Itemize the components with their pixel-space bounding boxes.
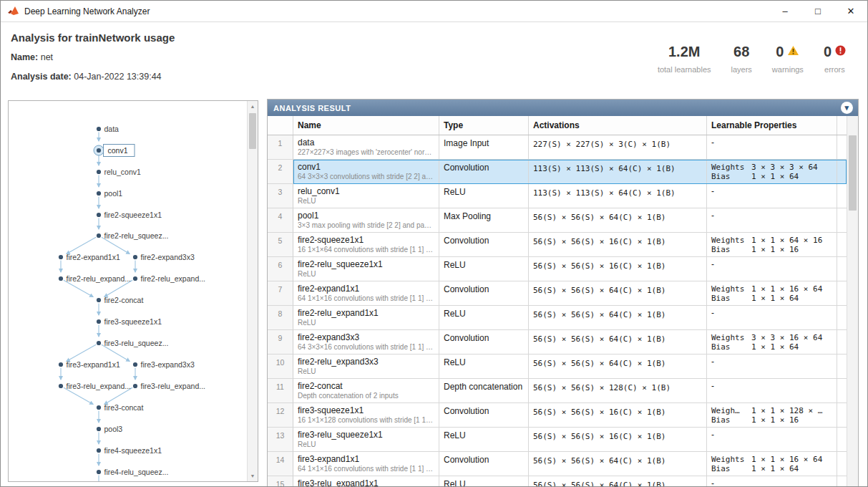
diagram-node-fire4-squeeze1x1[interactable]: fire4-squeeze1x1 [97, 446, 162, 455]
diagram-node-pool1[interactable]: pool1 [97, 189, 122, 198]
diagram-node-fire3-relu_expand1x1[interactable]: fire3-relu_expand... [59, 382, 131, 390]
diagram-node-pool3[interactable]: pool3 [97, 425, 122, 433]
layer-description: 227×227×3 images with 'zerocenter' nor… [298, 148, 434, 157]
node-label: data [104, 125, 120, 133]
layer-learnables: - [707, 428, 837, 452]
layer-description: 16 1×1×64 convolutions with stride [1 1]… [298, 245, 434, 254]
learnable-size: 1 × 1 × 64 [751, 294, 799, 303]
layer-name: fire3-relu_expand1x1 [298, 478, 434, 487]
diagram-node-fire3-expand3x3[interactable]: fire3-expand3x3 [133, 360, 195, 369]
error-icon [835, 45, 846, 59]
row-number: 4 [268, 208, 293, 233]
layer-activations: 56(S) × 56(S) × 64(C) × 1(B) [529, 281, 707, 306]
table-header-row: Name Type Activations Learnable Properti… [268, 116, 847, 135]
diagram-node-fire3-squeeze1x1[interactable]: fire3-squeeze1x1 [97, 317, 162, 326]
table-row-fire3-relu_squeeze1x1[interactable]: 13fire3-relu_squeeze1x1ReLUReLU56(S) × 5… [268, 428, 847, 452]
diagram-edge [67, 344, 96, 361]
table-row-data[interactable]: 1data227×227×3 images with 'zerocenter' … [268, 135, 847, 160]
scroll-up-icon[interactable]: ▲ [248, 101, 258, 112]
table-row-relu_conv1[interactable]: 3relu_conv1ReLUReLU113(S) × 113(S) × 64(… [268, 184, 847, 208]
node-label: fire4-squeeze1x1 [104, 446, 162, 455]
table-row-fire2-squeeze1x1[interactable]: 5fire2-squeeze1x116 1×1×64 convolutions … [268, 233, 847, 257]
table-row-fire2-relu_expand1x1[interactable]: 8fire2-relu_expand1x1ReLUReLU56(S) × 56(… [268, 306, 847, 330]
learnable-label: Weights [711, 284, 751, 294]
row-number: 12 [268, 403, 293, 428]
layer-name-cell: fire2-relu_expand3x3ReLU [293, 355, 439, 379]
diagram-node-fire2-relu_squeeze1x1[interactable]: fire2-relu_squeez... [97, 231, 168, 240]
row-number: 8 [268, 306, 293, 330]
layer-type: Convolution [439, 330, 529, 355]
layer-name: fire2-squeeze1x1 [298, 235, 434, 245]
learnable-label: Bias [711, 415, 751, 425]
diagram-scrollbar-thumb[interactable] [249, 113, 256, 149]
layer-name-cell: fire3-squeeze1x116 1×1×128 convolutions … [293, 403, 439, 428]
layer-activations: 56(S) × 56(S) × 64(C) × 1(B) [529, 355, 707, 379]
minimize-button[interactable]: – [769, 1, 801, 21]
table-row-pool1[interactable]: 4pool13×3 max pooling with stride [2 2] … [268, 208, 847, 233]
diagram-node-conv1[interactable]: conv1 [94, 145, 135, 157]
row-number: 2 [268, 160, 293, 184]
layer-activations: 227(S) × 227(S) × 3(C) × 1(B) [529, 135, 707, 160]
layer-type: Image Input [439, 135, 529, 160]
node-dot [59, 362, 63, 367]
table-row-fire2-concat[interactable]: 11fire2-concatDepth concatenation of 2 i… [268, 379, 847, 403]
summary-stats: 1.2M total learnables 68 layers 0 [648, 43, 856, 74]
table-row-fire2-expand3x3[interactable]: 9fire2-expand3x364 3×3×16 convolutions w… [268, 330, 847, 355]
layer-name-cell: fire2-squeeze1x116 1×1×64 convolutions w… [293, 233, 439, 257]
layer-type: ReLU [439, 184, 529, 208]
table-row-fire2-relu_squeeze1x1[interactable]: 6fire2-relu_squeeze1x1ReLUReLU56(S) × 56… [268, 257, 847, 281]
diagram-node-data[interactable]: data [97, 125, 119, 133]
diagram-node-relu_conv1[interactable]: relu_conv1 [97, 168, 141, 176]
stat-total-learnables: 1.2M total learnables [648, 43, 721, 74]
diagram-edge [104, 280, 132, 296]
learnable-size: 1 × 1 × 16 × 64 [751, 284, 822, 294]
layer-description: ReLU [298, 440, 434, 449]
table-scrollbar[interactable] [847, 116, 858, 487]
learnable-size: 1 × 1 × 64 [751, 342, 799, 352]
node-label: pool3 [104, 425, 123, 433]
learnable-size: 1 × 1 × 64 × 16 [751, 236, 822, 245]
warnings-value: 0 [776, 44, 784, 60]
node-label: fire4-relu_squeez... [104, 468, 169, 476]
diagram-node-fire2-expand1x1[interactable]: fire2-expand1x1 [59, 253, 120, 261]
layer-name: fire2-expand3x3 [298, 332, 434, 342]
table-row-fire3-expand1x1[interactable]: 14fire3-expand1x164 1×1×16 convolutions … [268, 452, 847, 476]
layer-name-cell: data227×227×3 images with 'zerocenter' n… [293, 135, 439, 160]
diagram-node-fire2-relu_expand1x1[interactable]: fire2-relu_expand... [59, 274, 131, 283]
maximize-button[interactable]: □ [801, 1, 834, 21]
table-row-fire2-relu_expand3x3[interactable]: 10fire2-relu_expand3x3ReLUReLU56(S) × 56… [268, 355, 847, 379]
table-row-fire3-squeeze1x1[interactable]: 12fire3-squeeze1x116 1×1×128 convolution… [268, 403, 847, 428]
diagram-node-fire4-relu_squeeze1x1[interactable]: fire4-relu_squeez... [97, 468, 168, 476]
layers-label: layers [731, 65, 752, 74]
close-button[interactable]: ✕ [834, 1, 867, 21]
scroll-down-icon[interactable]: ▼ [248, 471, 258, 481]
diagram-node-fire2-concat[interactable]: fire2-concat [97, 296, 144, 304]
node-dot [97, 298, 101, 302]
table-row-fire3-relu_expand1x1[interactable]: 15fire3-relu_expand1x1ReLUReLU56(S) × 56… [268, 476, 847, 487]
table-scrollbar-thumb[interactable] [849, 135, 857, 211]
diagram-node-fire2-relu_expand3x3[interactable]: fire2-relu_expand... [133, 274, 205, 283]
table-row-conv1[interactable]: 2conv164 3×3×3 convolutions with stride … [268, 160, 847, 184]
learnable-size: 1 × 1 × 16 [751, 245, 799, 254]
layer-description: 16 1×1×128 convolutions with stride [1 1… [298, 415, 434, 425]
layer-activations: 56(S) × 56(S) × 16(C) × 1(B) [529, 403, 707, 428]
collapse-panel-button[interactable]: ▾ [841, 102, 853, 114]
date-value: 04-Jan-2022 13:39:44 [74, 72, 161, 82]
layer-name: fire2-relu_expand1x1 [298, 308, 434, 318]
chevron-down-icon: ▾ [844, 104, 849, 112]
window-controls: – □ ✕ [769, 1, 867, 21]
diagram-node-fire3-concat[interactable]: fire3-concat [97, 403, 144, 412]
diagram-node-fire3-relu_expand3x3[interactable]: fire3-relu_expand... [133, 382, 205, 390]
layer-activations: 56(S) × 56(S) × 64(C) × 1(B) [529, 476, 707, 487]
diagram-node-fire3-relu_squeeze1x1[interactable]: fire3-relu_squeez... [97, 339, 168, 347]
analysis-table-body: 1data227×227×3 images with 'zerocenter' … [268, 135, 847, 487]
diagram-node-fire2-squeeze1x1[interactable]: fire2-squeeze1x1 [97, 211, 162, 219]
layer-description: Depth concatenation of 2 inputs [298, 391, 434, 400]
diagram-node-fire2-expand3x3[interactable]: fire2-expand3x3 [133, 253, 195, 261]
diagram-node-fire3-expand1x1[interactable]: fire3-expand1x1 [59, 360, 120, 369]
node-label: pool1 [104, 189, 123, 198]
diagram-scrollbar[interactable]: ▲ ▼ [247, 101, 258, 481]
learnable-size: 1 × 1 × 64 [751, 464, 799, 473]
table-row-fire2-expand1x1[interactable]: 7fire2-expand1x164 1×1×16 convolutions w… [268, 281, 847, 306]
learnable-size: 3 × 3 × 16 × 64 [751, 333, 822, 342]
